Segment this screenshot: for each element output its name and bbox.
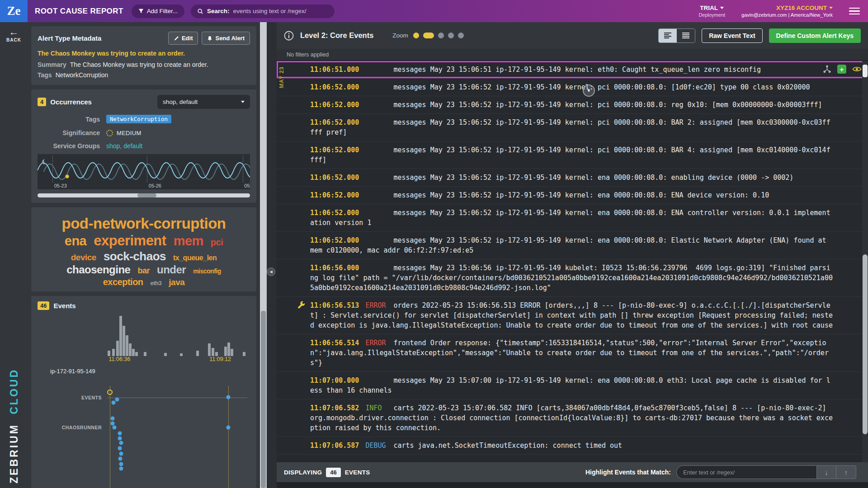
metadata-panel-title: Alert Type Metadata <box>38 34 101 42</box>
edit-button[interactable]: Edit <box>168 32 198 45</box>
event-dot[interactable] <box>112 426 116 430</box>
service-group-select[interactable]: shop, default <box>157 95 250 109</box>
zoom-level-2[interactable] <box>423 33 434 38</box>
event-dot[interactable] <box>118 432 122 436</box>
event-actions: + <box>823 65 862 74</box>
log-row[interactable]: 11:06:56.513ERRORorders 2022-05-23 15:06… <box>277 297 868 334</box>
events-panel: 46 Events 11:06:36 11:09:12 ip-172-91-95… <box>31 296 256 488</box>
zoom-level-1[interactable] <box>413 33 419 38</box>
event-dot[interactable] <box>118 446 122 450</box>
event-dot[interactable] <box>119 441 123 445</box>
event-dot[interactable] <box>119 467 123 471</box>
info-icon[interactable] <box>284 31 294 41</box>
event-dot[interactable] <box>118 457 123 461</box>
log-row[interactable]: 11:06:56.514ERRORfrontend Order response… <box>277 334 868 372</box>
word-cloud-term[interactable]: misconfig <box>193 268 221 275</box>
log-scrollbar-thumb[interactable] <box>863 254 868 434</box>
log-row[interactable]: 11:06:56.000messages May 23 15:06:56 ip-… <box>277 259 868 297</box>
word-cloud-term[interactable]: ena <box>65 234 86 248</box>
event-dot[interactable] <box>111 417 115 421</box>
word-cloud-term[interactable]: pci <box>211 237 223 247</box>
zebrium-logo[interactable]: Ze <box>0 0 28 22</box>
deployment-selector[interactable]: TRIAL Deployment <box>698 5 725 18</box>
zoom-level-4[interactable] <box>448 33 454 38</box>
tag-badge[interactable]: NetworkCorruption <box>106 115 171 123</box>
define-custom-alert-keys-button[interactable]: Define Custom Alert Keys <box>769 28 861 43</box>
send-alert-button[interactable]: Send Alert <box>202 32 250 45</box>
chaos-experiment-icon[interactable] <box>823 65 831 74</box>
add-to-report-icon[interactable]: + <box>837 65 846 74</box>
log-row[interactable]: 11:07:06.582INFOcarts 2022-05-23 15:07:0… <box>277 399 868 437</box>
event-dot[interactable] <box>226 395 231 399</box>
service-groups-value[interactable]: shop, default <box>106 142 142 150</box>
log-viewport[interactable]: MAY 23 11:06:51.000messages May 23 15:06… <box>277 61 868 462</box>
event-dot[interactable] <box>115 398 119 402</box>
log-row[interactable]: 11:06:52.000messages May 23 15:06:52 ip-… <box>277 187 868 204</box>
event-dot[interactable] <box>111 422 115 426</box>
timeline-chart[interactable]: 05-2305-2605-29 <box>38 154 250 189</box>
word-cloud-term[interactable]: device <box>71 253 96 262</box>
event-dot[interactable] <box>226 426 231 430</box>
raw-event-text-button[interactable]: Raw Event Text <box>702 28 762 43</box>
log-row[interactable]: 11:06:52.000messages May 23 15:06:52 ip-… <box>277 204 868 232</box>
events-panel-title: Events <box>53 302 75 310</box>
highlight-prev-button[interactable]: ↓ <box>816 465 836 479</box>
timeline-scrollbar[interactable] <box>38 193 250 197</box>
word-cloud-term[interactable]: bar <box>137 266 150 275</box>
word-cloud-term[interactable]: eth3 <box>151 280 162 287</box>
word-cloud-term[interactable]: tx_queue_len <box>173 254 217 262</box>
highlight-next-button[interactable]: ↑ <box>836 465 856 479</box>
back-button[interactable]: ← BACK <box>0 28 28 42</box>
word-cloud-term[interactable]: under <box>157 264 186 276</box>
log-row[interactable]: 11:06:52.000messages May 23 15:06:52 ip-… <box>277 79 868 96</box>
log-row[interactable]: 11:06:52.000messages May 23 15:06:52 ip-… <box>277 96 868 114</box>
sidebar-scrollbar-thumb[interactable] <box>261 311 266 488</box>
word-cloud-term[interactable]: experiment <box>94 233 166 249</box>
event-dot[interactable] <box>111 401 115 405</box>
log-row[interactable]: 11:07:00.000messages May 23 15:07:00 ip-… <box>277 372 868 399</box>
search-box[interactable]: Search: <box>191 5 335 18</box>
event-timestamp: 11:06:52.000 <box>310 83 359 91</box>
event-dot[interactable] <box>119 452 123 456</box>
event-text: messages May 23 15:06:56 ip-172-91-95-14… <box>310 264 833 292</box>
log-row[interactable]: 11:06:51.000messages May 23 15:06:51 ip-… <box>277 61 868 79</box>
event-text: messages May 23 15:06:52 ip-172-91-95-14… <box>310 146 830 164</box>
arrow-up-icon: ↑ <box>844 469 848 476</box>
log-scrollbar[interactable] <box>862 61 868 462</box>
sidebar-scrollbar[interactable] <box>260 22 267 488</box>
hamburger-menu-icon[interactable] <box>849 8 860 15</box>
log-row[interactable]: 11:06:52.000messages May 23 15:06:52 ip-… <box>277 141 868 169</box>
account-menu[interactable]: XYZ16 ACCOUNT gavin@zebrium.com | Americ… <box>741 5 833 18</box>
core-events-main: Level 2: Core Events Zoom Raw Event Text… <box>277 22 868 488</box>
view-list-button[interactable] <box>677 29 695 42</box>
log-row[interactable]: 11:07:06.587DEBUGcarts java.net.SocketTi… <box>277 437 868 455</box>
alert-metadata-panel: Alert Type Metadata Edit Send Alert The … <box>31 26 256 85</box>
event-text: messages May 23 15:06:52 ip-172-91-95-14… <box>393 83 810 91</box>
log-row[interactable]: 11:06:52.000messages May 23 15:06:52 ip-… <box>277 169 868 187</box>
zoom-level-5[interactable] <box>458 33 464 38</box>
selected-event-dot[interactable] <box>107 389 113 395</box>
moon-icon <box>41 158 49 166</box>
word-cloud-term[interactable]: sock-chaos <box>104 250 166 263</box>
word-cloud-term[interactable]: exception <box>103 277 143 287</box>
search-input[interactable] <box>233 8 328 14</box>
event-severity: ERROR <box>359 338 393 348</box>
event-timestamp: 11:06:56.513 <box>310 301 359 310</box>
word-cloud-term[interactable]: chaosengine <box>66 264 130 276</box>
collapse-sidebar-button[interactable]: ◀ <box>267 267 275 276</box>
word-cloud-term[interactable]: pod-network-corruption <box>62 216 226 232</box>
event-dot[interactable] <box>119 462 123 466</box>
highlight-input[interactable] <box>676 465 816 479</box>
event-dot[interactable] <box>118 436 122 441</box>
word-cloud-term[interactable]: mem <box>174 234 203 248</box>
log-scrollbar-top-thumb[interactable] <box>863 65 868 77</box>
word-cloud-term[interactable]: java <box>169 277 184 287</box>
event-timestamp: 11:07:00.000 <box>310 376 359 385</box>
zoom-level-3[interactable] <box>438 33 444 38</box>
log-row[interactable]: 11:06:52.000messages May 23 15:06:52 ip-… <box>277 232 868 259</box>
log-row[interactable]: 11:06:52.000messages May 23 15:06:52 ip-… <box>277 114 868 141</box>
view-event-icon[interactable] <box>852 66 862 72</box>
add-filter-button[interactable]: Add Filter... <box>132 5 184 18</box>
timeline-scrollbar-thumb[interactable] <box>137 193 156 197</box>
view-wrapped-button[interactable] <box>659 29 677 42</box>
